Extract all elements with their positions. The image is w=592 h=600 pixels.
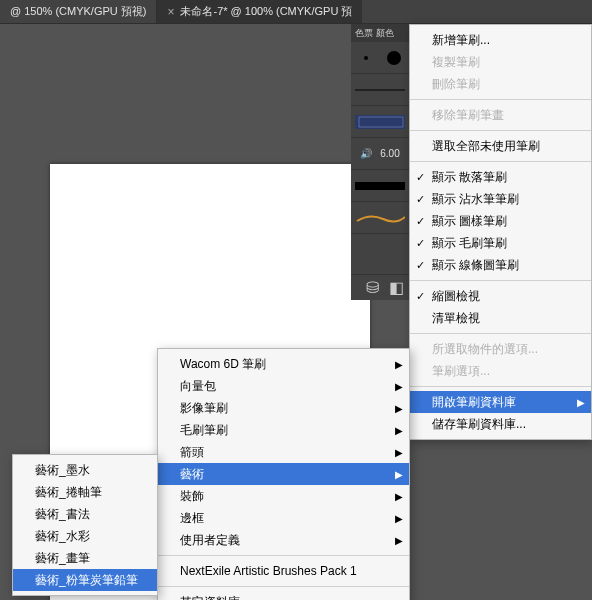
menu-item-label: 其它資料庫...	[180, 594, 250, 601]
menu-item-label: 邊框	[180, 510, 204, 527]
menu-item-label: 儲存筆刷資料庫...	[432, 416, 526, 433]
menu-item-label: 顯示 圖樣筆刷	[432, 213, 507, 230]
brush-panel: 色票 顏色 🔊 6.00 ⛁ ◧	[351, 24, 409, 300]
menu-item[interactable]: 藝術_捲軸筆	[13, 481, 157, 503]
menu-item-label: 顯示 線條圖筆刷	[432, 257, 519, 274]
menu-item[interactable]: 裝飾▶	[158, 485, 409, 507]
brush-preview-row[interactable]	[351, 42, 409, 74]
panel-header[interactable]: 色票 顏色	[351, 24, 409, 42]
menu-item-label: 藝術_捲軸筆	[35, 484, 102, 501]
menu-item[interactable]: 其它資料庫...	[158, 591, 409, 600]
menu-item-label: NextExile Artistic Brushes Pack 1	[180, 564, 357, 578]
menu-separator	[410, 280, 591, 281]
options-icon[interactable]: ◧	[389, 281, 403, 295]
menu-item-label: 複製筆刷	[432, 54, 480, 71]
document-tab-2[interactable]: × 未命名-7* @ 100% (CMYK/GPU 預	[157, 0, 362, 23]
brush-stroke-pattern[interactable]	[351, 106, 409, 138]
menu-item[interactable]: ✓顯示 散落筆刷	[410, 166, 591, 188]
menu-item-label: 刪除筆刷	[432, 76, 480, 93]
menu-item-label: 清單檢視	[432, 310, 480, 327]
menu-item-label: 影像筆刷	[180, 400, 228, 417]
menu-separator	[410, 333, 591, 334]
submenu-arrow-icon: ▶	[395, 469, 403, 480]
menu-item[interactable]: 藝術_水彩	[13, 525, 157, 547]
menu-item[interactable]: 清單檢視	[410, 307, 591, 329]
menu-item-label: 顯示 毛刷筆刷	[432, 235, 507, 252]
svg-rect-3	[359, 117, 403, 127]
menu-item: 所選取物件的選項...	[410, 338, 591, 360]
menu-item-label: 顯示 散落筆刷	[432, 169, 507, 186]
menu-separator	[158, 586, 409, 587]
submenu-arrow-icon: ▶	[395, 359, 403, 370]
submenu-arrow-icon: ▶	[395, 447, 403, 458]
menu-item-label: 裝飾	[180, 488, 204, 505]
menu-item-label: 顯示 沾水筆筆刷	[432, 191, 519, 208]
stroke-pattern-icon	[355, 115, 405, 129]
menu-item[interactable]: 使用者定義▶	[158, 529, 409, 551]
menu-item[interactable]: 向量包▶	[158, 375, 409, 397]
document-tab-1[interactable]: @ 150% (CMYK/GPU 預視)	[0, 0, 156, 23]
check-icon: ✓	[416, 290, 425, 303]
menu-item-label: 使用者定義	[180, 532, 240, 549]
panel-footer: ⛁ ◧	[351, 274, 409, 300]
svg-point-1	[387, 51, 401, 65]
brush-dot-small	[356, 48, 376, 68]
menu-item[interactable]: 邊框▶	[158, 507, 409, 529]
stroke-width-value: 6.00	[380, 148, 399, 159]
menu-item[interactable]: 藝術_粉筆炭筆鉛筆	[13, 569, 157, 591]
menu-item: 筆刷選項...	[410, 360, 591, 382]
menu-separator	[410, 130, 591, 131]
tab-label: 未命名-7* @ 100% (CMYK/GPU 預	[180, 4, 352, 19]
menu-item[interactable]: ✓顯示 線條圖筆刷	[410, 254, 591, 276]
charcoal-stroke-icon	[355, 179, 405, 193]
check-icon: ✓	[416, 215, 425, 228]
menu-item[interactable]: 藝術_書法	[13, 503, 157, 525]
menu-item[interactable]: 儲存筆刷資料庫...	[410, 413, 591, 435]
menu-item-label: 開啟筆刷資料庫	[432, 394, 516, 411]
menu-item[interactable]: 藝術_墨水	[13, 459, 157, 481]
panel-tab-2: 顏色	[376, 27, 394, 40]
menu-item[interactable]: ✓縮圖檢視	[410, 285, 591, 307]
library-icon[interactable]: ⛁	[365, 281, 379, 295]
brush-stroke-width[interactable]: 🔊 6.00	[351, 138, 409, 170]
menu-item[interactable]: 箭頭▶	[158, 441, 409, 463]
brush-library-menu: Wacom 6D 筆刷▶向量包▶影像筆刷▶毛刷筆刷▶箭頭▶藝術▶裝飾▶邊框▶使用…	[157, 348, 410, 600]
brush-stroke-thin[interactable]	[351, 74, 409, 106]
stroke-sample-icon	[355, 83, 405, 97]
menu-item[interactable]: 新增筆刷...	[410, 29, 591, 51]
menu-item-label: 箭頭	[180, 444, 204, 461]
menu-item: 移除筆刷筆畫	[410, 104, 591, 126]
menu-item[interactable]: Wacom 6D 筆刷▶	[158, 353, 409, 375]
menu-item[interactable]: ✓顯示 圖樣筆刷	[410, 210, 591, 232]
menu-item-label: 藝術_畫筆	[35, 550, 90, 567]
menu-item-label: 向量包	[180, 378, 216, 395]
panel-tab-1: 色票	[355, 27, 373, 40]
brush-dot-large	[384, 48, 404, 68]
menu-item-label: 所選取物件的選項...	[432, 341, 538, 358]
menu-item[interactable]: 藝術_畫筆	[13, 547, 157, 569]
menu-item: 刪除筆刷	[410, 73, 591, 95]
menu-item[interactable]: ✓顯示 沾水筆筆刷	[410, 188, 591, 210]
art-brush-submenu: 藝術_墨水藝術_捲軸筆藝術_書法藝術_水彩藝術_畫筆藝術_粉筆炭筆鉛筆	[12, 454, 158, 596]
menu-item[interactable]: 選取全部未使用筆刷	[410, 135, 591, 157]
submenu-arrow-icon: ▶	[395, 535, 403, 546]
submenu-arrow-icon: ▶	[395, 513, 403, 524]
menu-item[interactable]: ✓顯示 毛刷筆刷	[410, 232, 591, 254]
svg-point-0	[364, 56, 368, 60]
menu-item-label: 藝術_書法	[35, 506, 90, 523]
menu-item[interactable]: 藝術▶	[158, 463, 409, 485]
menu-item-label: 毛刷筆刷	[180, 422, 228, 439]
menu-item-label: 新增筆刷...	[432, 32, 490, 49]
menu-item[interactable]: 影像筆刷▶	[158, 397, 409, 419]
brush-stroke-charcoal[interactable]	[351, 170, 409, 202]
brush-stroke-art[interactable]	[351, 202, 409, 234]
menu-item[interactable]: NextExile Artistic Brushes Pack 1	[158, 560, 409, 582]
menu-item-label: 藝術	[180, 466, 204, 483]
close-icon[interactable]: ×	[167, 5, 174, 19]
svg-rect-4	[355, 182, 405, 190]
menu-item[interactable]: 開啟筆刷資料庫▶	[410, 391, 591, 413]
menu-item[interactable]: 毛刷筆刷▶	[158, 419, 409, 441]
menu-item-label: 藝術_粉筆炭筆鉛筆	[35, 572, 138, 589]
menu-item-label: 藝術_水彩	[35, 528, 90, 545]
menu-separator	[410, 99, 591, 100]
